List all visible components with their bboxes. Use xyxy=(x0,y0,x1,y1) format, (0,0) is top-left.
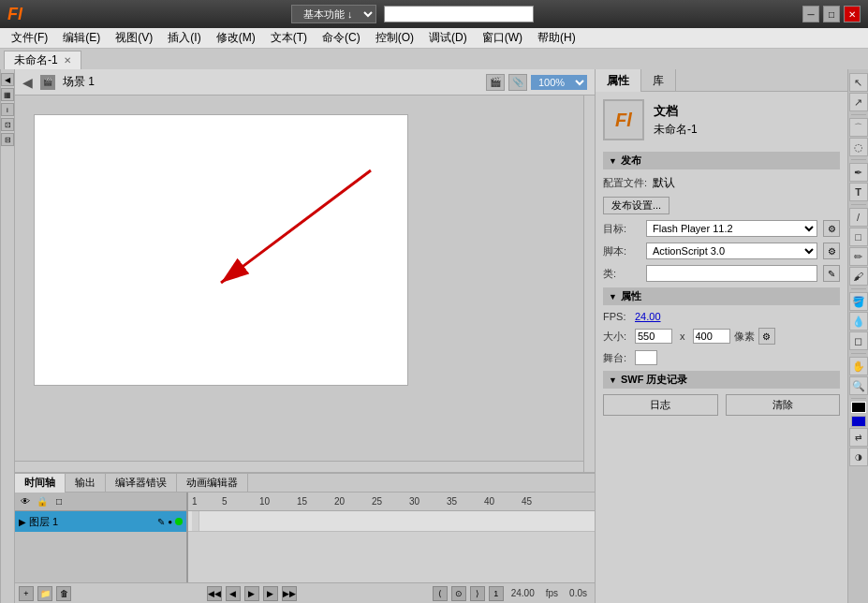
tool-pencil[interactable]: ✏ xyxy=(849,247,868,266)
target-settings-icon[interactable]: ⚙ xyxy=(823,220,840,237)
black-white-icon[interactable]: ◑ xyxy=(849,448,868,466)
clip-button[interactable]: 📎 xyxy=(508,74,527,91)
menu-control[interactable]: 控制(O) xyxy=(368,28,421,48)
add-folder-button[interactable]: 📁 xyxy=(37,586,52,601)
swf-section-header[interactable]: ▼ SWF 历史记录 xyxy=(603,371,840,389)
timeline-tab-timeline[interactable]: 时间轴 xyxy=(15,474,66,493)
timeline-tab-compiler[interactable]: 编译器错误 xyxy=(106,474,177,493)
scene-header: ◀ 🎬 场景 1 🎬 📎 100% 50% 200% xyxy=(15,69,595,96)
prev-keyframe-button[interactable]: ◀◀ xyxy=(207,586,222,601)
frame-track-1[interactable] xyxy=(188,511,595,532)
panel-content: Fl 文档 未命名-1 ▼ 发布 配置文件: 默认 发布设置... 目标: xyxy=(596,92,847,603)
menu-command[interactable]: 命令(C) xyxy=(315,28,368,48)
tab-document-1[interactable]: 未命名-1 ✕ xyxy=(4,51,81,69)
publish-section-header[interactable]: ▼ 发布 xyxy=(603,152,840,169)
size-separator: x xyxy=(680,331,685,342)
tool-split[interactable]: ⊟ xyxy=(1,133,14,146)
scene-name: 场景 1 xyxy=(63,74,478,90)
eye-icon[interactable]: 👁 xyxy=(19,495,32,508)
tool-freeform[interactable]: ⌒ xyxy=(849,118,868,137)
timeline-area: 时间轴 输出 编译器错误 动画编辑器 👁 🔒 □ ▶ 图层 1 ✎ xyxy=(15,472,595,603)
layer-row-1[interactable]: ▶ 图层 1 ✎ ● xyxy=(15,511,186,532)
tool-subselect[interactable]: ↗ xyxy=(849,93,868,111)
menu-file[interactable]: 文件(F) xyxy=(4,28,55,48)
tool-lasso[interactable]: ◌ xyxy=(849,138,868,156)
onion-button[interactable]: ⊙ xyxy=(451,586,466,601)
menu-insert[interactable]: 插入(I) xyxy=(160,28,208,48)
tool-brush[interactable]: 🖌 xyxy=(849,267,868,286)
next-frame-button[interactable]: ▶ xyxy=(263,586,278,601)
menu-window[interactable]: 窗口(W) xyxy=(475,28,530,48)
class-input[interactable] xyxy=(646,265,817,282)
outline-icon[interactable]: □ xyxy=(52,495,66,508)
height-input[interactable] xyxy=(693,329,730,344)
timeline-tab-output[interactable]: 输出 xyxy=(66,474,106,493)
menu-modify[interactable]: 修改(M) xyxy=(209,28,263,48)
play-button[interactable]: ▶ xyxy=(244,586,259,601)
layer-expand-icon[interactable]: ▶ xyxy=(19,517,26,527)
stage-color-picker[interactable] xyxy=(635,350,657,365)
script-label: 脚本: xyxy=(603,244,640,258)
tool-select[interactable]: ↖ xyxy=(849,73,868,92)
zoom-select[interactable]: 100% 50% 200% xyxy=(531,75,587,90)
properties-section-header[interactable]: ▼ 属性 xyxy=(603,287,840,305)
close-button[interactable]: ✕ xyxy=(844,6,861,22)
swap-colors-icon[interactable]: ⇄ xyxy=(849,428,868,447)
target-select[interactable]: Flash Player 11.2 xyxy=(646,220,817,237)
maximize-button[interactable]: □ xyxy=(823,6,840,22)
script-select[interactable]: ActionScript 3.0 xyxy=(646,243,817,259)
tool-hand[interactable]: ✋ xyxy=(849,357,868,375)
back-button[interactable]: ◀ xyxy=(22,75,33,90)
lock-icon[interactable]: 🔒 xyxy=(36,495,49,508)
publish-settings-button[interactable]: 发布设置... xyxy=(603,197,669,214)
fps-value[interactable]: 24.00 xyxy=(635,311,661,322)
tool-eraser[interactable]: ◻ xyxy=(849,331,868,350)
onion-next-button[interactable]: ⟩ xyxy=(470,586,485,601)
workspace-dropdown[interactable]: 基本功能 ↓ xyxy=(291,5,376,23)
fill-color[interactable] xyxy=(851,416,866,427)
menu-view[interactable]: 视图(V) xyxy=(108,28,160,48)
tab-close-button[interactable]: ✕ xyxy=(64,55,71,66)
timeline-frames[interactable]: 1 5 10 15 20 25 30 35 40 45 xyxy=(188,493,595,582)
timeline-tabs: 时间轴 输出 编译器错误 动画编辑器 xyxy=(15,474,595,493)
class-edit-icon[interactable]: ✎ xyxy=(823,265,840,282)
frame-num-15: 15 xyxy=(297,496,307,507)
tab-properties[interactable]: 属性 xyxy=(596,69,641,92)
menu-debug[interactable]: 调试(D) xyxy=(421,28,475,48)
tool-grid[interactable]: ▦ xyxy=(1,88,14,101)
clear-button[interactable]: 清除 xyxy=(726,394,841,416)
prev-frame-button[interactable]: ◀ xyxy=(226,586,241,601)
stroke-color[interactable] xyxy=(851,402,866,413)
tool-eyedropper[interactable]: 💧 xyxy=(849,312,868,331)
menu-edit[interactable]: 编辑(E) xyxy=(55,28,108,48)
horizontal-scrollbar[interactable] xyxy=(15,461,583,472)
script-settings-icon[interactable]: ⚙ xyxy=(823,243,840,259)
tool-arrow[interactable]: ◀ xyxy=(1,73,14,86)
tool-text[interactable]: T xyxy=(849,183,868,201)
tool-zoom[interactable]: 🔍 xyxy=(849,376,868,395)
frame-num-5: 5 xyxy=(222,496,228,507)
stage-canvas[interactable] xyxy=(34,114,408,386)
search-input[interactable] xyxy=(384,6,534,22)
tool-paint-bucket[interactable]: 🪣 xyxy=(849,292,868,311)
size-settings-icon[interactable]: ⚙ xyxy=(758,328,775,345)
vertical-scrollbar[interactable] xyxy=(583,96,595,472)
tool-rect[interactable]: □ xyxy=(849,228,868,246)
log-button[interactable]: 日志 xyxy=(603,394,718,416)
tab-library[interactable]: 库 xyxy=(641,69,676,92)
onion-prev-button[interactable]: ⟨ xyxy=(433,586,448,601)
tool-info[interactable]: i xyxy=(1,103,14,116)
edit-symbol-button[interactable]: 🎬 xyxy=(486,74,505,91)
delete-layer-button[interactable]: 🗑 xyxy=(56,586,71,601)
tool-line[interactable]: / xyxy=(849,208,868,227)
tool-scale[interactable]: ⊡ xyxy=(1,118,14,131)
menu-text[interactable]: 文本(T) xyxy=(263,28,315,48)
minimize-button[interactable]: ─ xyxy=(802,6,819,22)
tool-pen[interactable]: ✒ xyxy=(849,163,868,182)
timeline-tab-animation[interactable]: 动画编辑器 xyxy=(177,474,248,493)
next-keyframe-button[interactable]: ▶▶ xyxy=(282,586,297,601)
width-input[interactable] xyxy=(635,329,672,344)
layer-pencil-icon[interactable]: ✎ xyxy=(157,517,165,527)
menu-help[interactable]: 帮助(H) xyxy=(530,28,583,48)
add-layer-button[interactable]: + xyxy=(19,586,34,601)
